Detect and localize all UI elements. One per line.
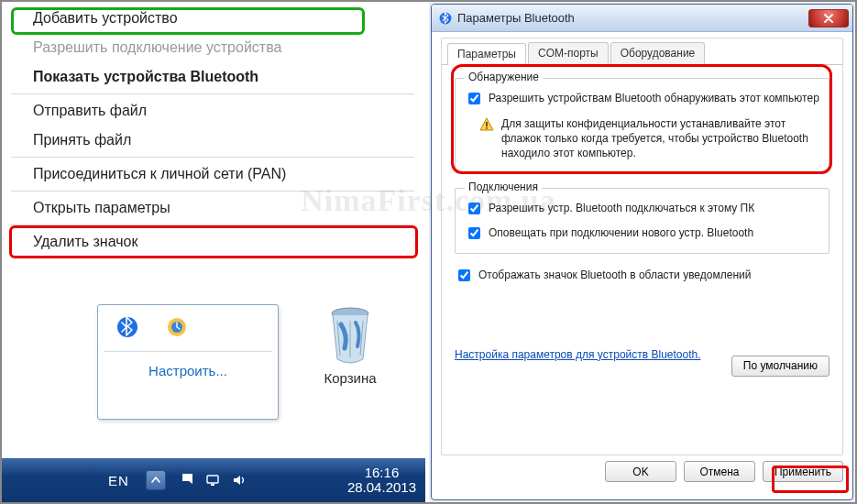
ok-button[interactable]: OK — [605, 461, 676, 482]
default-button[interactable]: По умолчанию — [731, 356, 830, 377]
tray-overflow-button[interactable] — [146, 470, 166, 490]
clock-date: 28.04.2013 — [347, 480, 416, 496]
tray-customize-link[interactable]: Настроить... — [98, 357, 278, 388]
menu-open-settings[interactable]: Открыть параметры — [5, 193, 420, 223]
tray-icons — [179, 471, 248, 489]
tab-parameters[interactable]: Параметры — [447, 43, 526, 65]
checkbox-allow-connect[interactable] — [468, 203, 480, 214]
menu-join-pan[interactable]: Присоединиться к личной сети (PAN) — [5, 159, 420, 189]
language-indicator[interactable]: EN — [108, 473, 129, 488]
menu-receive-file[interactable]: Принять файл — [5, 126, 420, 155]
menu-send-file[interactable]: Отправить файл — [5, 96, 420, 126]
close-button[interactable] — [808, 9, 849, 27]
annotation-red-highlight-menu — [9, 225, 418, 258]
titlebar: Параметры Bluetooth — [432, 5, 852, 32]
recycle-bin-label: Корзина — [277, 370, 423, 386]
tab-com-ports[interactable]: COM-порты — [528, 42, 609, 64]
tab-hardware[interactable]: Оборудование — [610, 42, 706, 64]
annotation-red-highlight-apply — [772, 466, 849, 493]
checkbox-notify-new-label: Оповещать при подключении нового устр. B… — [489, 226, 753, 239]
svg-rect-4 — [207, 476, 218, 483]
update-tray-icon[interactable] — [164, 314, 190, 340]
bluetooth-icon — [439, 12, 452, 25]
action-center-icon[interactable] — [179, 471, 197, 489]
desktop-recycle-bin[interactable]: Корзина — [277, 304, 423, 414]
annotation-green-highlight — [11, 7, 365, 35]
checkbox-notify-new[interactable] — [468, 227, 480, 239]
menu-separator — [11, 93, 414, 94]
checkbox-allow-connect-label: Разрешить устр. Bluetooth подключаться к… — [489, 202, 754, 214]
bluetooth-context-menu: Добавить устройство Разрешить подключени… — [5, 4, 420, 257]
svg-rect-5 — [211, 484, 214, 486]
menu-separator — [11, 157, 414, 158]
checkbox-show-tray-icon[interactable] — [458, 269, 470, 281]
network-icon[interactable] — [204, 471, 223, 489]
taskbar-clock[interactable]: 16:16 28.04.2013 — [347, 466, 416, 496]
menu-separator — [11, 191, 414, 192]
group-connections-title: Подключения — [465, 181, 542, 193]
recycle-bin-icon — [324, 304, 376, 365]
group-connections: Подключения Разрешить устр. Bluetooth по… — [455, 188, 830, 254]
bluetooth-settings-link[interactable]: Настройка параметров для устройств Bluet… — [455, 348, 701, 361]
bluetooth-tray-icon[interactable] — [115, 314, 140, 340]
checkbox-show-tray-icon-label: Отображать значок Bluetooth в области ув… — [478, 268, 751, 281]
menu-show-devices[interactable]: Показать устройства Bluetooth — [5, 62, 420, 92]
annotation-red-highlight-discovery — [451, 64, 832, 174]
volume-icon[interactable] — [230, 471, 248, 489]
window-title: Параметры Bluetooth — [457, 11, 575, 25]
left-panel: Добавить устройство Разрешить подключени… — [2, 2, 425, 502]
taskbar: EN 16:16 28.04.2013 — [2, 458, 425, 502]
clock-time: 16:16 — [347, 466, 416, 481]
tab-strip: Параметры COM-порты Оборудование — [442, 38, 842, 65]
cancel-button[interactable]: Отмена — [684, 461, 755, 482]
menu-allow-connection: Разрешить подключение устройства — [5, 33, 420, 62]
tray-overflow-popup: Настроить... — [97, 304, 279, 420]
